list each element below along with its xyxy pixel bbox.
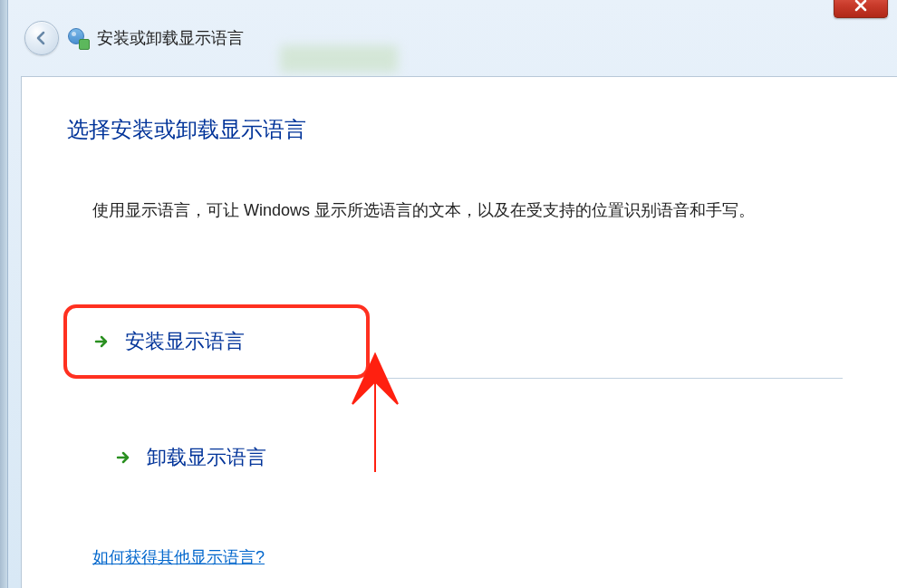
window-left-edge <box>0 0 7 588</box>
description-text: 使用显示语言，可让 Windows 显示所选语言的文本，以及在受支持的位置识别语… <box>92 198 852 223</box>
uninstall-language-option[interactable]: 卸载显示语言 <box>89 424 852 491</box>
uninstall-option-label: 卸载显示语言 <box>147 444 266 471</box>
content-area: 选择安装或卸载显示语言 使用显示语言，可让 Windows 显示所选语言的文本，… <box>21 76 897 588</box>
install-language-option[interactable]: 安装显示语言 <box>63 304 370 379</box>
dialog-window: 安装或卸载显示语言 选择安装或卸载显示语言 使用显示语言，可让 Windows … <box>7 0 897 588</box>
window-title: 安装或卸载显示语言 <box>97 27 244 49</box>
install-option-label: 安装显示语言 <box>125 328 245 355</box>
back-button[interactable] <box>24 21 59 55</box>
help-link[interactable]: 如何获得其他显示语言? <box>92 546 265 568</box>
page-heading: 选择安装或卸载显示语言 <box>67 115 852 144</box>
arrow-right-icon <box>114 448 132 467</box>
option-separator <box>377 378 843 379</box>
app-icon <box>68 28 88 48</box>
install-badge-icon <box>79 39 90 50</box>
arrow-right-icon <box>92 333 111 351</box>
background-blur <box>280 45 398 72</box>
back-arrow-icon <box>34 30 50 46</box>
header-bar: 安装或卸载显示语言 <box>8 0 897 76</box>
